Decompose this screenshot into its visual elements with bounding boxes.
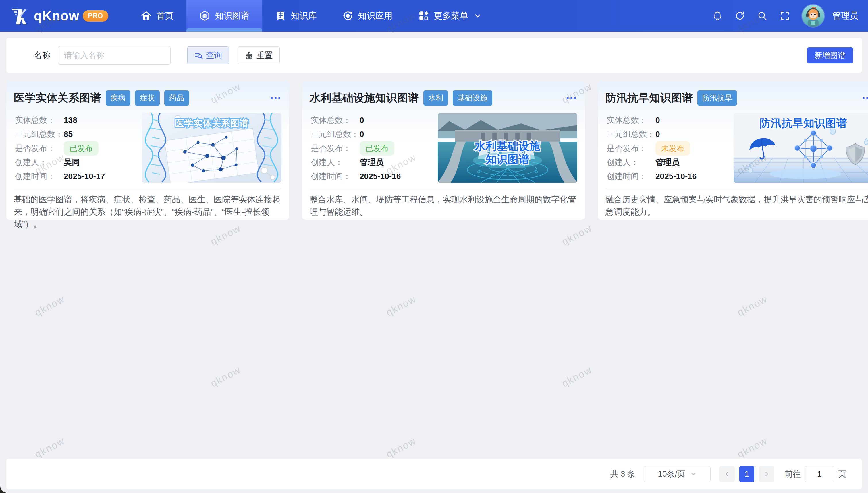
reset-button-label: 重置 xyxy=(256,50,273,61)
chevron-down-icon xyxy=(474,12,481,20)
chevron-right-icon xyxy=(764,471,769,477)
card-tag: 症状 xyxy=(135,90,160,106)
field-value: 0 xyxy=(656,116,660,125)
page-unit-label: 页 xyxy=(838,469,846,479)
search-icon[interactable] xyxy=(757,10,767,21)
next-page-button[interactable] xyxy=(759,466,774,482)
publish-status-badge: 已发布 xyxy=(64,141,99,155)
goto-label: 前往 xyxy=(785,469,801,479)
top-navbar: qKnow PRO 首页 知识图谱 xyxy=(0,0,868,31)
card-tag: 防汛抗旱 xyxy=(697,90,737,106)
navbar-tools: 管理员 xyxy=(712,5,858,27)
field-label: 是否发布： xyxy=(15,143,64,154)
field-value: 85 xyxy=(64,130,73,139)
card-thumbnail-medical: 医学实体关系图谱 xyxy=(142,113,282,183)
field-value: 2025-10-16 xyxy=(656,172,697,181)
card-tag: 疾病 xyxy=(106,90,130,106)
watermark-text: qknow xyxy=(33,435,67,460)
name-filter-label: 名称 xyxy=(34,50,50,61)
prev-page-button[interactable] xyxy=(719,466,735,482)
watermark-text: qknow xyxy=(735,435,769,460)
field-label: 实体总数： xyxy=(311,115,359,126)
fullscreen-icon[interactable] xyxy=(780,10,790,21)
card-description: 整合水库、水闸、堤防等工程信息，实现水利设施全生命周期的数字化管理与智能运维。 xyxy=(310,193,577,218)
refresh-icon[interactable] xyxy=(735,10,745,21)
card-more-menu[interactable] xyxy=(565,94,577,102)
field-label: 三元组总数： xyxy=(15,129,64,140)
notification-bell-icon[interactable] xyxy=(712,10,723,21)
card-divider xyxy=(605,189,868,189)
page: qKnow PRO 首页 知识图谱 xyxy=(0,0,868,493)
page-size-select[interactable]: 10条/页 xyxy=(644,466,710,482)
watermark-text: qknow xyxy=(560,222,594,248)
graph-card-medical: 医学实体关系图谱 疾病 症状 药品 实体总数：138 三元组总数：85 是否发布… xyxy=(6,81,289,219)
nav-label: 更多菜单 xyxy=(434,10,468,22)
nav-item-more-menu[interactable]: 更多菜单 xyxy=(405,0,494,31)
card-fields: 实体总数：138 三元组总数：85 是否发布：已发布 创建人：吴同 创建时间：2… xyxy=(14,113,142,184)
card-divider xyxy=(14,189,282,189)
field-value: 0 xyxy=(359,130,364,139)
page-size-value: 10条/页 xyxy=(658,469,685,479)
watermark-text: qknow xyxy=(560,364,594,389)
field-label: 三元组总数： xyxy=(607,129,656,140)
nav-label: 首页 xyxy=(156,10,173,22)
nav-item-knowledge-base[interactable]: 知识库 xyxy=(262,0,329,31)
field-label: 创建时间： xyxy=(607,171,656,182)
pagination-bar: 共 3 条 10条/页 1 前往 页 xyxy=(6,458,862,489)
reset-button[interactable]: 重置 xyxy=(238,46,280,64)
graph-card-water: 水利基础设施知识图谱 水利 基础设施 实体总数：0 三元组总数：0 是否发布：已… xyxy=(302,81,585,219)
thumbnail-title: 知识图谱 xyxy=(485,153,529,165)
card-tag: 基础设施 xyxy=(453,90,492,106)
total-count: 共 3 条 xyxy=(611,469,635,479)
field-label: 创建人： xyxy=(15,157,64,168)
card-title: 防汛抗旱知识图谱 xyxy=(605,91,693,105)
qknow-logo-icon xyxy=(10,5,30,26)
flood-control-art: 防汛抗旱知识图谱 xyxy=(733,113,868,183)
user-avatar[interactable] xyxy=(802,5,824,27)
add-graph-button[interactable]: 新增图谱 xyxy=(807,47,853,63)
field-value: 吴同 xyxy=(64,157,80,168)
card-title: 医学实体关系图谱 xyxy=(14,91,101,105)
goto-page-input[interactable] xyxy=(805,466,834,482)
field-value: 2025-10-16 xyxy=(359,172,401,181)
field-value: 138 xyxy=(64,116,77,125)
query-button-label: 查询 xyxy=(206,50,222,61)
nav-item-home[interactable]: 首页 xyxy=(128,0,186,31)
card-fields: 实体总数：0 三元组总数：0 是否发布：已发布 创建人：管理员 创建时间：202… xyxy=(310,113,438,184)
watermark-text: qknow xyxy=(384,293,418,319)
graph-card-list: 医学实体关系图谱 疾病 症状 药品 实体总数：138 三元组总数：85 是否发布… xyxy=(6,81,862,219)
reset-brush-icon xyxy=(245,51,254,60)
field-label: 三元组总数： xyxy=(311,129,359,140)
dam-photo-art: 水利基础设施 知识图谱 xyxy=(438,113,577,183)
field-label: 创建时间： xyxy=(311,171,359,182)
thumbnail-title: 水利基础设施 xyxy=(475,140,540,152)
card-title: 水利基础设施知识图谱 xyxy=(310,91,419,105)
knowledge-graph-icon xyxy=(199,10,210,21)
field-label: 创建人： xyxy=(311,157,359,168)
query-button[interactable]: 查询 xyxy=(187,46,229,64)
page-number-current[interactable]: 1 xyxy=(739,466,754,482)
field-value: 0 xyxy=(656,130,660,139)
brand-name: qKnow xyxy=(34,8,79,23)
knowledge-apps-icon xyxy=(343,10,353,21)
query-search-icon xyxy=(194,51,203,60)
graph-card-flood: 防汛抗旱知识图谱 防汛抗旱 实体总数：0 三元组总数：0 是否发布：未发布 创建… xyxy=(598,81,868,219)
knowledge-base-icon xyxy=(275,10,286,21)
user-name[interactable]: 管理员 xyxy=(832,10,858,22)
home-icon xyxy=(141,10,152,21)
nav-label: 知识应用 xyxy=(358,10,392,22)
card-more-menu[interactable] xyxy=(270,94,282,102)
nav-item-knowledge-graph[interactable]: 知识图谱 xyxy=(186,0,262,31)
nav-item-knowledge-apps[interactable]: 知识应用 xyxy=(329,0,405,31)
field-label: 实体总数： xyxy=(607,115,656,126)
card-more-menu[interactable] xyxy=(862,94,868,102)
watermark-text: qknow xyxy=(384,435,418,460)
watermark-text: qknow xyxy=(33,293,67,319)
name-search-input[interactable] xyxy=(58,46,171,65)
field-value: 管理员 xyxy=(656,157,680,168)
watermark-text: qknow xyxy=(208,364,243,389)
thumbnail-title: 医学实体关系图谱 xyxy=(175,118,248,128)
brand-logo[interactable]: qKnow PRO xyxy=(10,5,108,26)
pro-badge: PRO xyxy=(83,10,108,22)
publish-status-badge: 未发布 xyxy=(656,141,690,155)
